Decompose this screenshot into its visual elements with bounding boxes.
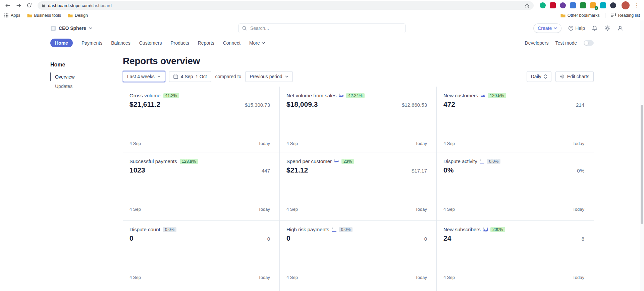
x-label-start: 4 Sep bbox=[443, 207, 455, 212]
extension-yellow-folder-icon[interactable]: 2 bbox=[590, 2, 596, 8]
sparkline-chart bbox=[443, 244, 584, 274]
change-badge: 200% bbox=[490, 227, 505, 232]
developers-link[interactable]: Developers bbox=[525, 40, 549, 46]
main-nav: HomePaymentsBalancesCustomersProductsRep… bbox=[0, 36, 644, 50]
tab-customers[interactable]: Customers bbox=[139, 40, 162, 46]
extension-red-adblock-icon[interactable] bbox=[550, 2, 556, 8]
x-label-start: 4 Sep bbox=[129, 275, 141, 280]
page-scrollbar[interactable] bbox=[640, 20, 644, 291]
metric-card-new-subscribers[interactable]: New subscribers 200% 24 8 4 Sep Today bbox=[437, 221, 594, 291]
create-button[interactable]: Create bbox=[533, 23, 561, 33]
card-value: 0 bbox=[286, 234, 290, 242]
extension-purple-icon[interactable] bbox=[560, 2, 566, 8]
profile-avatar[interactable] bbox=[622, 1, 630, 9]
metric-card-high-risk-payments[interactable]: High risk payments 0.0% 0 0 4 Sep Today bbox=[280, 221, 437, 291]
date-range-button[interactable]: 4 Sep–1 Oct bbox=[169, 71, 211, 82]
info-icon[interactable] bbox=[339, 93, 343, 98]
tab-connect[interactable]: Connect bbox=[223, 40, 240, 46]
scrollbar-thumb[interactable] bbox=[641, 105, 643, 224]
x-label-start: 4 Sep bbox=[129, 207, 141, 212]
other-bookmarks-label: Other bookmarks bbox=[568, 13, 600, 18]
other-bookmarks[interactable]: Other bookmarks bbox=[560, 13, 600, 18]
metric-card-spend-per-customer[interactable]: Spend per customer 23% $21.12 $17.17 4 S… bbox=[280, 152, 437, 221]
metric-card-gross-volume[interactable]: Gross volume 41.2% $21,611.2 $15,300.73 … bbox=[123, 87, 280, 152]
sparkline-chart bbox=[443, 176, 584, 206]
test-mode-label: Test mode bbox=[555, 40, 577, 46]
extension-teal-green-icon[interactable] bbox=[540, 2, 546, 8]
address-bar[interactable]: dashboard.stripe.com/dashboard bbox=[38, 1, 534, 10]
apps-shortcut[interactable]: Apps bbox=[4, 13, 20, 18]
back-button[interactable] bbox=[3, 0, 13, 10]
metric-card-dispute-count[interactable]: Dispute count 0.0% 0 0 4 Sep Today bbox=[123, 221, 280, 291]
sparkline-chart bbox=[286, 110, 427, 140]
info-icon[interactable] bbox=[334, 159, 339, 163]
tab-more[interactable]: More bbox=[249, 40, 265, 46]
extension-navy-icon[interactable] bbox=[610, 2, 616, 8]
gear-icon bbox=[604, 25, 610, 31]
sidebar-item-overview[interactable]: Overview bbox=[50, 72, 123, 81]
bookmark-folder-design[interactable]: Design bbox=[68, 13, 88, 18]
reading-list-label: Reading list bbox=[618, 13, 640, 18]
metric-card-new-customers[interactable]: New customers 120.5% 472 214 4 Sep Today bbox=[437, 87, 594, 152]
card-previous-value: 0 bbox=[424, 236, 427, 242]
info-icon[interactable] bbox=[480, 159, 484, 163]
info-icon[interactable] bbox=[332, 227, 336, 232]
notifications-button[interactable] bbox=[592, 25, 598, 31]
card-title: New customers bbox=[443, 93, 478, 98]
date-range-value: Last 4 weeks bbox=[127, 74, 155, 79]
tab-reports[interactable]: Reports bbox=[198, 40, 214, 46]
info-icon[interactable] bbox=[481, 93, 485, 98]
sparkline-chart bbox=[443, 110, 584, 140]
metric-card-dispute-activity[interactable]: Dispute activity 0.0% 0% 0% 4 Sep Today bbox=[437, 152, 594, 221]
test-mode-toggle[interactable] bbox=[584, 40, 594, 46]
help-label: Help bbox=[575, 26, 585, 31]
browser-menu-button[interactable]: ⋮ bbox=[632, 2, 641, 8]
forward-button[interactable] bbox=[13, 0, 23, 10]
search-input[interactable] bbox=[250, 25, 402, 31]
compare-select[interactable]: Previous period bbox=[245, 71, 292, 82]
lock-icon bbox=[42, 3, 45, 8]
change-badge: 0.0% bbox=[487, 159, 501, 164]
bookmark-star-icon[interactable] bbox=[525, 3, 530, 8]
info-icon[interactable] bbox=[483, 227, 488, 232]
extension-cyan-icon[interactable] bbox=[600, 2, 606, 8]
tab-payments[interactable]: Payments bbox=[82, 40, 102, 46]
extension-blue-icon[interactable] bbox=[570, 2, 576, 8]
interval-select[interactable]: Daily bbox=[527, 71, 551, 82]
card-value: 0% bbox=[443, 166, 453, 174]
card-previous-value: 8 bbox=[582, 236, 584, 242]
profile-button[interactable] bbox=[617, 25, 623, 31]
bookmark-folder-business-tools[interactable]: Business tools bbox=[27, 13, 61, 18]
card-value: $18,009.3 bbox=[286, 100, 318, 108]
tab-products[interactable]: Products bbox=[170, 40, 189, 46]
edit-charts-button[interactable]: Edit charts bbox=[555, 71, 594, 82]
change-badge: 0.0% bbox=[339, 227, 353, 232]
date-range-select[interactable]: Last 4 weeks bbox=[123, 71, 165, 82]
tab-label: Reports bbox=[198, 40, 214, 46]
card-previous-value: 447 bbox=[262, 168, 270, 174]
extension-green-icon[interactable] bbox=[580, 2, 586, 8]
card-title: Net volume from sales bbox=[286, 93, 336, 98]
tab-home[interactable]: Home bbox=[50, 39, 73, 47]
x-label-end: Today bbox=[415, 141, 427, 146]
tab-balances[interactable]: Balances bbox=[111, 40, 130, 46]
metric-card-net-volume-from-sales[interactable]: Net volume from sales 42.24% $18,009.3 $… bbox=[280, 87, 437, 152]
chevron-down-icon bbox=[157, 76, 161, 78]
card-value: $21,611.2 bbox=[129, 100, 160, 108]
settings-button[interactable] bbox=[604, 25, 610, 31]
reading-list[interactable]: Reading list bbox=[611, 13, 640, 18]
sparkline-chart bbox=[129, 244, 270, 274]
sidebar-item-updates[interactable]: Updates bbox=[50, 82, 123, 91]
card-title: High risk payments bbox=[286, 227, 329, 232]
metric-card-successful-payments[interactable]: Successful payments 128.8% 1023 447 4 Se… bbox=[123, 152, 280, 221]
folder-icon bbox=[27, 13, 32, 17]
bookmarks-bar: Apps Business toolsDesign Other bookmark… bbox=[0, 11, 644, 20]
account-switcher[interactable]: CEO Sphere bbox=[50, 26, 92, 31]
search-bar[interactable] bbox=[238, 23, 406, 33]
bell-icon bbox=[592, 25, 598, 31]
refresh-button[interactable] bbox=[24, 0, 34, 10]
x-label-end: Today bbox=[258, 275, 270, 280]
x-label-end: Today bbox=[573, 141, 584, 146]
page-title: Reports overview bbox=[123, 56, 644, 66]
help-button[interactable]: ? Help bbox=[568, 26, 585, 31]
